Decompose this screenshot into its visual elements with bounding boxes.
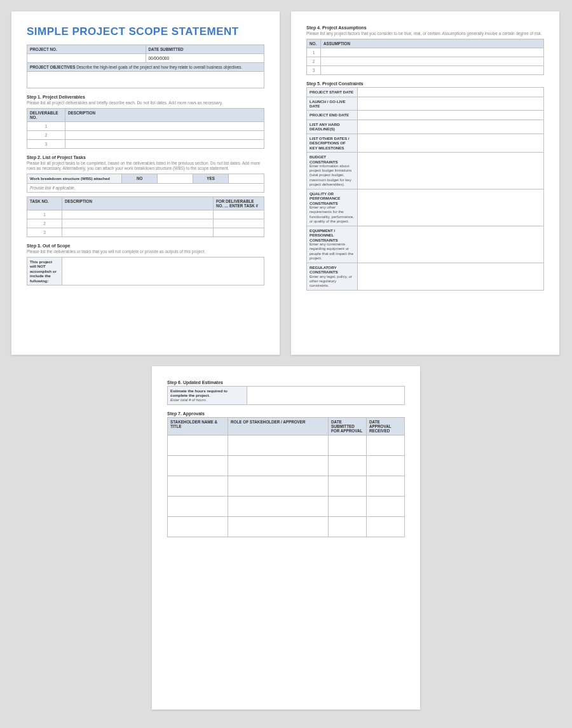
objectives-value[interactable]	[27, 72, 264, 88]
col-task-desc: DESCRIPTION	[62, 196, 214, 210]
step4-title: Step 4. Project Assumptions	[306, 25, 544, 30]
col-submitted: DATE SUBMITTED FOR APPROVAL	[329, 418, 367, 436]
table-row: 1	[307, 48, 544, 57]
project-no-value[interactable]	[27, 54, 146, 63]
date-submitted-value[interactable]: 00/00/0000	[146, 54, 264, 63]
table-row: 1	[27, 210, 264, 219]
row-other: LIST OTHER DATES / DESCRIPTIONS OF KEY M…	[307, 134, 358, 152]
estimate-value[interactable]	[247, 387, 405, 405]
yes-value[interactable]	[229, 174, 264, 183]
approvals-table: STAKEHOLDER NAME & TITLE ROLE OF STAKEHO…	[167, 417, 405, 537]
provide-link[interactable]: Provide link if applicable.	[27, 183, 264, 192]
row-reg: REGULATORY CONSTRAINTSEnter any legal, p…	[307, 263, 358, 291]
objectives-label: PROJECT OBJECTIVES	[30, 65, 75, 69]
step6-title: Step 6. Updated Estimates	[167, 380, 405, 385]
row-hard: LIST ANY HARD DEADLINE(S)	[307, 120, 358, 134]
document-title: SIMPLE PROJECT SCOPE STATEMENT	[27, 25, 264, 38]
step2-desc: Please list all project tasks to be comp…	[27, 161, 264, 171]
step3-title: Step 3. Out of Scope	[27, 244, 264, 248]
step3-desc: Please list the deliverables or tasks th…	[27, 249, 264, 254]
col-role: ROLE OF STAKEHOLDER / APPROVER	[228, 418, 329, 436]
out-of-scope-label: This project will NOT accomplish or incl…	[27, 257, 62, 285]
header-table: PROJECT NO. DATE SUBMITTED 00/00/0000 PR…	[27, 45, 264, 88]
row-equip: EQUIPMENT / PERSONNEL CONSTRAINTSEnter a…	[307, 226, 358, 263]
no-label: NO	[122, 174, 158, 183]
col-received: DATE APPROVAL RECEIVED	[367, 418, 405, 436]
step7-title: Step 7. Approvals	[167, 411, 405, 416]
page-2: Step 4. Project Assumptions Please list …	[291, 11, 559, 355]
table-row: 1	[27, 122, 264, 131]
no-value[interactable]	[158, 174, 193, 183]
col-description: DESCRIPTION	[65, 109, 264, 122]
wbs-attached-label: Work breakdown structure (WBS) attached	[27, 174, 122, 183]
col-no: NO.	[307, 39, 321, 48]
table-row	[168, 456, 405, 476]
row-end: PROJECT END DATE	[307, 111, 358, 120]
row-quality: QUALITY OR PERFORMANCE CONSTRAINTSEnter …	[307, 189, 358, 226]
row-budget: BUDGET CONSTRAINTSEnter information abou…	[307, 153, 358, 189]
col-task-no: TASK NO.	[27, 196, 62, 210]
table-row	[168, 436, 405, 456]
objectives-hint: Describe the high-level goals of the pro…	[76, 65, 242, 69]
step1-title: Step 1. Project Deliverables	[27, 95, 264, 99]
row-start: PROJECT START DATE	[307, 88, 358, 97]
table-row: 2	[307, 57, 544, 66]
page-3: Step 6. Updated Estimates Estimate the h…	[152, 366, 420, 710]
tasks-table: TASK NO. DESCRIPTION FOR DELIVERABLE NO.…	[27, 196, 264, 237]
project-no-label: PROJECT NO.	[27, 45, 146, 54]
wbs-table: Work breakdown structure (WBS) attached …	[27, 174, 264, 192]
yes-label: YES	[193, 174, 229, 183]
table-row: 2	[27, 131, 264, 140]
col-deliverable-no: DELIVERABLE NO.	[27, 109, 65, 122]
objectives-row: PROJECT OBJECTIVES Describe the high-lev…	[27, 63, 264, 72]
table-row: 3	[27, 228, 264, 237]
table-row: 3	[307, 66, 544, 75]
constraints-table: PROJECT START DATE LAUNCH / GO-LIVE DATE…	[306, 87, 544, 291]
estimates-table: Estimate the hours required to complete …	[167, 386, 405, 405]
estimate-label: Estimate the hours required to complete …	[168, 387, 247, 405]
page-1: SIMPLE PROJECT SCOPE STATEMENT PROJECT N…	[11, 11, 280, 355]
out-of-scope-value[interactable]	[62, 257, 264, 285]
col-name: STAKEHOLDER NAME & TITLE	[168, 418, 228, 436]
step1-desc: Please list all project deliverables and…	[27, 100, 264, 106]
deliverables-table: DELIVERABLE NO. DESCRIPTION 1 2 3	[27, 108, 264, 149]
table-row: 3	[27, 140, 264, 149]
step4-desc: Please list any project factors that you…	[306, 31, 544, 36]
table-row	[168, 517, 405, 537]
table-row	[168, 476, 405, 497]
col-assumption: ASSUMPTION	[321, 39, 544, 48]
col-for-deliv: FOR DELIVERABLE NO. … ENTER TASK #	[214, 196, 264, 210]
table-row	[168, 497, 405, 517]
step2-title: Step 2. List of Project Tasks	[27, 155, 264, 160]
step5-title: Step 5. Project Constraints	[306, 81, 544, 86]
date-submitted-label: DATE SUBMITTED	[146, 45, 264, 54]
row-launch: LAUNCH / GO-LIVE DATE	[307, 97, 358, 111]
out-of-scope-table: This project will NOT accomplish or incl…	[27, 257, 264, 285]
assumptions-table: NO. ASSUMPTION 1 2 3	[306, 39, 544, 75]
table-row: 2	[27, 219, 264, 228]
